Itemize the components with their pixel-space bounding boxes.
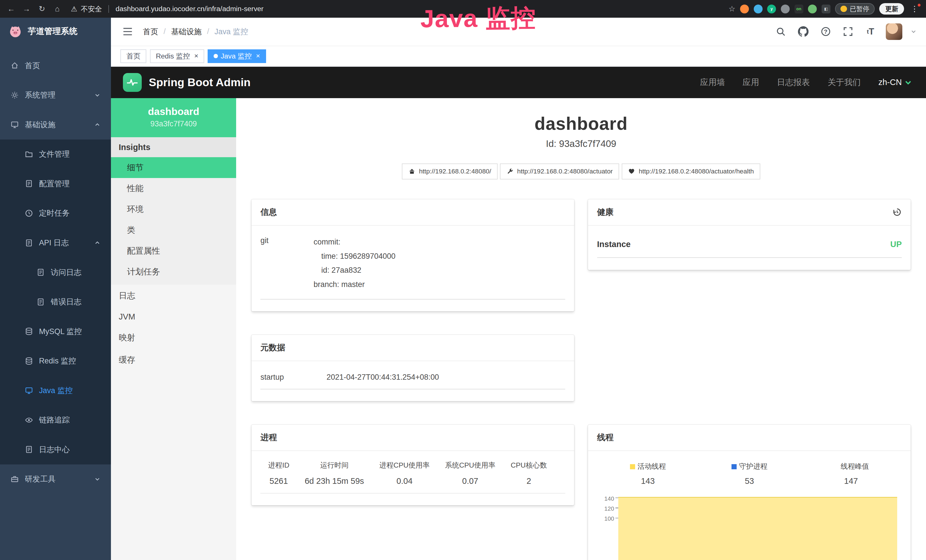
sidebar-item-system[interactable]: 系统管理: [0, 80, 111, 110]
startup-key: startup: [260, 373, 327, 382]
sidebar-item-log-center[interactable]: 日志中心: [0, 435, 111, 465]
locale-selector[interactable]: zh-CN: [878, 77, 912, 87]
fullscreen-icon[interactable]: [841, 24, 855, 39]
home-icon: [409, 168, 416, 175]
breadcrumb-infrastructure[interactable]: 基础设施: [171, 27, 202, 37]
sba-item-scheduled[interactable]: 计划任务: [111, 262, 236, 282]
process-col-uptime: 运行时间 6d 23h 15m 59s: [297, 460, 372, 486]
git-value: commit: time: 1596289704000 id: 27aa832 …: [314, 235, 565, 292]
extension-grid-icon[interactable]: [781, 5, 790, 14]
refresh-icon[interactable]: ↻: [36, 4, 47, 14]
tab-home[interactable]: 首页: [120, 49, 146, 63]
actuator-link[interactable]: http://192.168.0.2:48080/actuator: [500, 163, 619, 179]
screen: ← → ↻ ⌂ ⚠ 不安全 dashboard.yudao.iocoder.cn…: [0, 0, 926, 560]
sba-item-config-props[interactable]: 配置属性: [111, 241, 236, 262]
log-center-icon: [25, 445, 33, 454]
update-button[interactable]: 更新: [879, 3, 904, 14]
sba-nav-wallboard[interactable]: 应用墙: [700, 77, 725, 88]
browser-menu-icon[interactable]: ⋮: [909, 4, 920, 14]
sba-item-logs[interactable]: 日志: [111, 285, 236, 307]
tab-redis-monitor[interactable]: Redis 监控 ×: [150, 49, 204, 63]
sidebar-item-devtools[interactable]: 研发工具: [0, 465, 111, 494]
bookmark-star-icon[interactable]: ☆: [728, 4, 735, 14]
pig-logo-icon: [8, 24, 23, 38]
sba-insights-items: 细节 性能 环境 类 配置属性 计划任务: [111, 157, 236, 285]
sba-item-mappings[interactable]: 映射: [111, 327, 236, 349]
tag-bar: 首页 Redis 监控 × Java 监控 ×: [111, 46, 926, 67]
metadata-card: 元数据 startup 2021-04-27T00:44:31.254+08:0…: [251, 335, 574, 401]
gear-icon: [11, 91, 19, 99]
sba-item-classes[interactable]: 类: [111, 220, 236, 241]
app-logo[interactable]: 芋道管理系统: [0, 18, 111, 45]
font-size-icon[interactable]: tT: [864, 24, 878, 39]
health-link[interactable]: http://192.168.0.2:48080/actuator/health: [622, 163, 760, 179]
avatar-caret-icon[interactable]: [911, 29, 917, 35]
help-icon[interactable]: ?: [819, 24, 833, 39]
process-col-cpu: 进程CPU使用率 0.04: [372, 460, 437, 486]
sba-nav: 应用墙 应用 日志报表 关于我们 zh-CN: [700, 77, 912, 88]
sba-nav-journal[interactable]: 日志报表: [777, 77, 810, 88]
search-icon[interactable]: [774, 24, 788, 39]
legend-peak-threads[interactable]: 线程峰值 147: [833, 462, 869, 486]
extension-teal-icon[interactable]: y: [767, 5, 776, 14]
instance-url-link[interactable]: http://192.168.0.2:48080/: [402, 163, 498, 179]
sidebar-item-api-logs[interactable]: API 日志: [0, 228, 111, 257]
sba-sidebar: dashboard 93a3fc7f7409 Insights 细节 性能 环境…: [111, 98, 236, 560]
sidebar-item-config-management[interactable]: 配置管理: [0, 169, 111, 198]
sba-item-jvm[interactable]: JVM: [111, 307, 236, 327]
sba-item-metrics[interactable]: 性能: [111, 178, 236, 199]
sidebar-item-access-logs[interactable]: 访问日志: [0, 257, 111, 287]
legend-daemon-threads[interactable]: 守护进程 53: [731, 462, 767, 486]
sidebar-item-java-monitor[interactable]: Java 监控: [0, 376, 111, 406]
eye-icon: [25, 416, 33, 424]
close-icon[interactable]: ×: [256, 53, 260, 60]
sba-nav-applications[interactable]: 应用: [743, 77, 759, 88]
back-icon[interactable]: ←: [6, 5, 17, 14]
extension-on-badge-icon[interactable]: on: [794, 5, 803, 14]
address-bar[interactable]: ⚠ 不安全 dashboard.yudao.iocoder.cn/infra/a…: [71, 4, 263, 14]
github-icon[interactable]: [796, 24, 811, 39]
sidebar-item-infrastructure[interactable]: 基础设施: [0, 110, 111, 139]
user-avatar[interactable]: [886, 23, 902, 40]
sba-nav-about[interactable]: 关于我们: [828, 77, 861, 88]
sba-item-environment[interactable]: 环境: [111, 199, 236, 219]
sba-app-block[interactable]: dashboard 93a3fc7f7409: [111, 98, 236, 137]
browser-chrome: ← → ↻ ⌂ ⚠ 不安全 dashboard.yudao.iocoder.cn…: [0, 0, 926, 18]
tab-java-monitor[interactable]: Java 监控 ×: [207, 49, 266, 63]
sidebar-item-file-management[interactable]: 文件管理: [0, 139, 111, 169]
heart-icon: [628, 168, 635, 175]
instance-links: http://192.168.0.2:48080/ http://192.168…: [236, 163, 926, 179]
sidebar-item-scheduled-tasks[interactable]: 定时任务: [0, 198, 111, 228]
sidebar-item-error-logs[interactable]: 错误日志: [0, 287, 111, 317]
history-icon[interactable]: [892, 207, 902, 217]
sba-item-details[interactable]: 细节: [111, 157, 236, 178]
extension-drop-icon[interactable]: [754, 5, 763, 14]
legend-live-threads[interactable]: 活动线程 143: [630, 462, 666, 486]
close-icon[interactable]: ×: [194, 53, 198, 60]
sidebar-item-redis-monitor[interactable]: Redis 监控: [0, 346, 111, 376]
instance-label: Instance: [597, 240, 631, 249]
hamburger-icon[interactable]: [120, 24, 135, 39]
sidebar-item-mysql-monitor[interactable]: MySQL 监控: [0, 317, 111, 346]
page-subtitle: Id: 93a3fc7f7409: [236, 138, 926, 149]
process-col-cores: CPU核心数 2: [503, 460, 555, 486]
breadcrumb-home[interactable]: 首页: [143, 27, 158, 37]
forward-icon[interactable]: →: [21, 5, 32, 14]
live-threads-area: [618, 497, 897, 560]
paused-badge[interactable]: 已暂停: [835, 3, 875, 14]
extension-orange-icon[interactable]: [740, 5, 749, 14]
extension-leaf-icon[interactable]: [808, 5, 817, 14]
sba-logo-icon[interactable]: [123, 73, 142, 92]
sidebar-item-tracing[interactable]: 链路追踪: [0, 405, 111, 435]
blue-swatch-icon: [731, 464, 737, 469]
sba-item-caches[interactable]: 缓存: [111, 349, 236, 371]
extension-puzzle-icon[interactable]: ◧: [822, 5, 831, 14]
sba-header: Spring Boot Admin 应用墙 应用 日志报表 关于我们 zh-CN: [111, 67, 926, 98]
sidebar-item-home[interactable]: 首页: [0, 51, 111, 80]
wrench-icon: [507, 168, 514, 175]
warning-icon: ⚠: [71, 5, 77, 13]
folder-icon: [25, 150, 33, 158]
browser-home-icon[interactable]: ⌂: [52, 5, 62, 14]
threads-card-title: 线程: [597, 432, 614, 443]
breadcrumb: 首页 / 基础设施 / Java 监控: [143, 27, 248, 37]
